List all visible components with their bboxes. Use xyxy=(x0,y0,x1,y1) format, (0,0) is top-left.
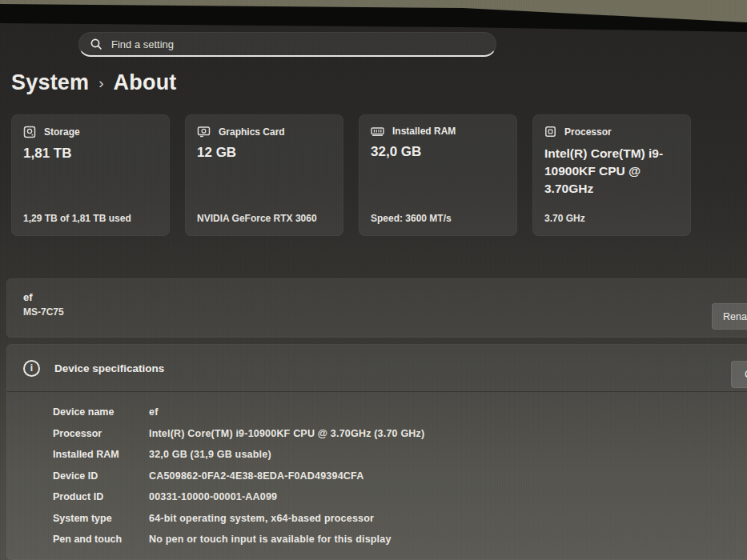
processor-card: Processor Intel(R) Core(TM) i9-10900KF C… xyxy=(532,114,691,236)
card-detail: Speed: 3600 MT/s xyxy=(371,213,505,224)
card-label: Installed RAM xyxy=(392,126,456,137)
breadcrumb: System › About xyxy=(11,70,747,95)
breadcrumb-chevron-icon: › xyxy=(98,74,103,92)
card-label: Graphics Card xyxy=(219,126,285,138)
storage-card: Storage 1,81 TB 1,29 TB of 1,81 TB used xyxy=(11,114,170,236)
info-icon: i xyxy=(23,360,40,377)
card-detail: NVIDIA GeForce RTX 3060 xyxy=(197,213,331,224)
card-detail: 1,29 TB of 1,81 TB used xyxy=(23,213,158,224)
page-title: About xyxy=(114,70,177,95)
spec-row-installed-ram: Installed RAM 32,0 GB (31,9 GB usable) xyxy=(53,444,742,466)
spec-row-device-name: Device name ef xyxy=(53,402,742,423)
spec-row-processor: Processor Intel(R) Core(TM) i9-10900KF C… xyxy=(53,423,742,445)
ram-card: Installed RAM 32,0 GB Speed: 3600 MT/s xyxy=(359,114,517,236)
gpu-icon xyxy=(197,126,211,138)
breadcrumb-system[interactable]: System xyxy=(11,70,89,95)
spec-row-device-id: Device ID CA509862-0FA2-4E38-8EDA-F0AD49… xyxy=(53,466,742,487)
search-icon xyxy=(90,38,102,50)
spec-row-system-type: System type 64-bit operating system, x64… xyxy=(53,508,742,530)
card-value: 12 GB xyxy=(197,145,331,161)
summary-cards: Storage 1,81 TB 1,29 TB of 1,81 TB used … xyxy=(11,114,747,236)
settings-page: System › About Storage 1,81 TB 1,29 TB o… xyxy=(0,0,747,560)
rename-pc-button[interactable]: Rename this PC xyxy=(712,303,747,330)
card-value: 32,0 GB xyxy=(371,144,505,160)
copy-button[interactable]: Copy xyxy=(731,361,747,388)
search-bar xyxy=(78,32,496,57)
card-label: Storage xyxy=(44,126,80,138)
device-name: ef xyxy=(23,291,742,303)
spec-row-product-id: Product ID 00331-10000-00001-AA099 xyxy=(53,486,742,508)
card-detail: 3.70 GHz xyxy=(544,213,679,224)
spec-row-pen-and-touch: Pen and touch No pen or touch input is a… xyxy=(53,529,742,550)
card-value: Intel(R) Core(TM) i9-10900KF CPU @ 3.70G… xyxy=(544,145,679,198)
card-value: 1,81 TB xyxy=(23,146,158,162)
search-box[interactable] xyxy=(78,32,496,57)
search-input[interactable] xyxy=(111,38,484,50)
storage-icon xyxy=(23,126,36,138)
device-specifications-expander[interactable]: i Device specifications Copy xyxy=(7,345,747,391)
device-model: MS-7C75 xyxy=(23,306,742,318)
card-label: Processor xyxy=(564,126,612,138)
graphics-card: Graphics Card 12 GB NVIDIA GeForce RTX 3… xyxy=(185,114,343,236)
cpu-icon xyxy=(544,126,556,138)
specs-title: Device specifications xyxy=(54,362,164,374)
device-specifications-panel: i Device specifications Copy Device name… xyxy=(6,344,747,560)
specs-table: Device name ef Processor Intel(R) Core(T… xyxy=(7,392,747,560)
device-name-panel: ef MS-7C75 Rename this PC xyxy=(6,278,747,338)
ram-icon xyxy=(371,126,384,137)
